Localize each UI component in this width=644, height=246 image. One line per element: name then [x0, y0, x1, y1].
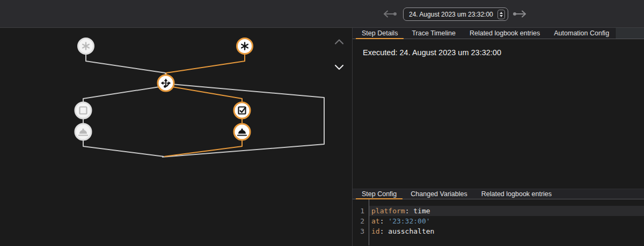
- details-tab-bar: Step Details Trace Timeline Related logb…: [353, 28, 644, 39]
- scrollbar-thumb[interactable]: [615, 28, 644, 39]
- tab-step-config[interactable]: Step Config: [355, 189, 404, 199]
- yaml-value: time: [413, 207, 430, 215]
- yaml-key: platform: [371, 207, 405, 215]
- yaml-separator: :: [380, 227, 389, 235]
- edge-right-branch-active: [164, 87, 242, 156]
- yaml-key: at: [371, 217, 380, 225]
- ray-arrow-right-icon: [513, 11, 525, 17]
- config-tab-bar: Step Config Changed Variables Related lo…: [353, 189, 644, 199]
- trace-selector[interactable]: 24. August 2023 um 23:32:00: [403, 8, 508, 21]
- node-choose[interactable]: [158, 75, 174, 91]
- line-number: 1: [353, 206, 364, 216]
- code-line: 2 at: '23:32:00': [353, 216, 644, 226]
- edge-default-branch: [162, 84, 324, 157]
- node-action-right[interactable]: [234, 124, 250, 140]
- tab-trace-timeline[interactable]: Trace Timeline: [405, 28, 463, 39]
- yaml-key: id: [371, 227, 380, 235]
- tab-changed-variables[interactable]: Changed Variables: [404, 189, 474, 199]
- node-condition-left[interactable]: [75, 102, 91, 118]
- trace-details-panel: Step Details Trace Timeline Related logb…: [352, 28, 644, 246]
- code-line: 1 platform: time: [353, 206, 644, 216]
- next-node-button[interactable]: [335, 65, 343, 69]
- ray-arrow-left-icon: [384, 11, 397, 17]
- yaml-separator: :: [380, 217, 389, 225]
- node-condition-right[interactable]: [234, 102, 250, 118]
- next-trace-button[interactable]: [512, 10, 529, 18]
- chevron-up-icon: [335, 40, 343, 44]
- node-trigger-right[interactable]: [237, 39, 253, 54]
- node-trigger-left[interactable]: [78, 39, 94, 54]
- line-number: 3: [353, 226, 364, 236]
- automation-trace-graph: [0, 28, 352, 246]
- code-line: 3 id: ausschalten: [353, 226, 644, 236]
- tab-related-logbook-entries[interactable]: Related logbook entries: [463, 28, 547, 39]
- edge-trigger-left: [86, 54, 165, 76]
- node-action-left[interactable]: [75, 124, 91, 140]
- line-number: 2: [353, 216, 364, 226]
- yaml-separator: :: [405, 207, 414, 215]
- yaml-code-viewer: 1 platform: time 2 at: '23:32:00' 3 id: …: [353, 199, 644, 245]
- previous-node-button[interactable]: [335, 40, 343, 44]
- step-config-section: Step Config Changed Variables Related lo…: [353, 189, 644, 246]
- chevron-down-icon: [335, 65, 343, 69]
- tab-config-related-logbook-entries[interactable]: Related logbook entries: [474, 189, 559, 199]
- trace-toolbar: 24. August 2023 um 23:32:00: [0, 0, 644, 28]
- trace-selector-value: 24. August 2023 um 23:32:00: [409, 11, 493, 18]
- tab-automation-config[interactable]: Automation Config: [547, 28, 616, 39]
- edge-left-branch: [83, 87, 164, 156]
- tab-step-details[interactable]: Step Details: [355, 28, 405, 39]
- up-down-stepper-icon: [497, 10, 505, 19]
- yaml-value: '23:32:00': [388, 217, 430, 225]
- previous-trace-button[interactable]: [380, 10, 398, 18]
- edge-trigger-right-active: [166, 54, 245, 76]
- executed-timestamp: Executed: 24. August 2023 um 23:32:00: [363, 48, 501, 57]
- yaml-value: ausschalten: [388, 227, 434, 235]
